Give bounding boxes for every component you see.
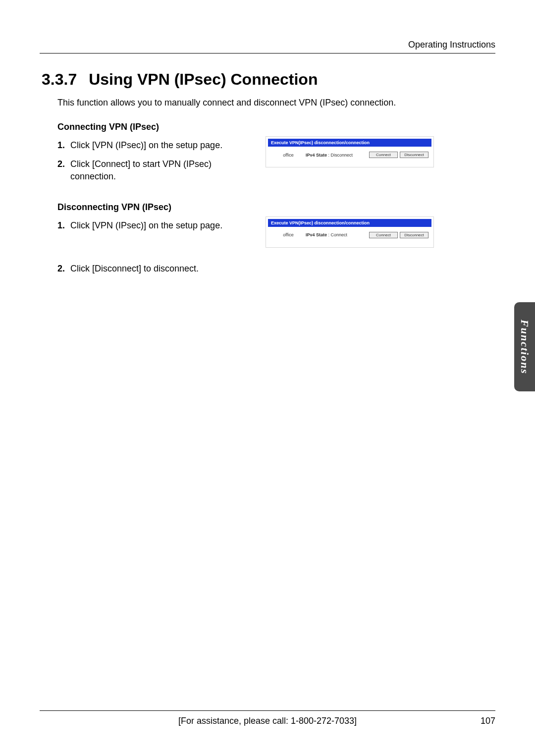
step-number: 2. <box>57 263 70 274</box>
connect-button[interactable]: Connect <box>369 152 398 158</box>
list-item: 2. Click [Connect] to start VPN (IPsec) … <box>57 158 256 182</box>
disconnecting-step2-block: 2. Click [Disconnect] to disconnect. <box>57 263 495 274</box>
page-number: 107 <box>481 716 495 726</box>
step-text: Click [VPN (IPsec)] on the setup page. <box>70 219 256 231</box>
disconnecting-steps: 1. Click [VPN (IPsec)] on the setup page… <box>57 219 256 238</box>
connecting-block: 1. Click [VPN (IPsec)] on the setup page… <box>40 139 495 189</box>
step-number: 1. <box>57 219 70 231</box>
disconnect-button[interactable]: Disconnect <box>400 232 428 238</box>
connecting-screenshot: Execute VPN(IPsec) disconnection/connect… <box>266 136 434 167</box>
panel-title-bar: Execute VPN(IPsec) disconnection/connect… <box>268 139 431 147</box>
step-number: 2. <box>57 158 70 182</box>
state-value: Disconnect <box>331 153 353 158</box>
state-value: Connect <box>331 232 348 237</box>
section-title: 3.3.7Using VPN (IPsec) Connection <box>42 70 495 89</box>
side-tab-label: Functions <box>518 320 531 375</box>
list-item: 1. Click [VPN (IPsec)] on the setup page… <box>57 219 256 231</box>
step-number: 1. <box>57 139 70 151</box>
running-head: Operating Instructions <box>40 40 495 54</box>
section-heading-text: Using VPN (IPsec) Connection <box>89 70 318 88</box>
step-text: Click [Disconnect] to disconnect. <box>70 263 495 274</box>
disconnecting-block: 1. Click [VPN (IPsec)] on the setup page… <box>40 219 495 248</box>
list-item: 1. Click [VPN (IPsec)] on the setup page… <box>57 139 256 151</box>
page-footer: [For assistance, please call: 1-800-272-… <box>40 710 495 726</box>
footer-assist-text: [For assistance, please call: 1-800-272-… <box>40 716 495 726</box>
ui-panel: Execute VPN(IPsec) disconnection/connect… <box>266 216 434 248</box>
side-tab: Functions <box>514 302 535 391</box>
list-item: 2. Click [Disconnect] to disconnect. <box>57 263 495 274</box>
connecting-subheading: Connecting VPN (IPsec) <box>57 122 495 132</box>
connection-state: IPv4 State : Disconnect <box>306 153 367 158</box>
connecting-steps: 1. Click [VPN (IPsec)] on the setup page… <box>57 139 256 189</box>
connection-name: office <box>271 153 306 158</box>
step-text: Click [VPN (IPsec)] on the setup page. <box>70 139 256 151</box>
step-text: Click [Connect] to start VPN (IPsec) con… <box>70 158 256 182</box>
section-number: 3.3.7 <box>42 70 77 89</box>
panel-title-bar: Execute VPN(IPsec) disconnection/connect… <box>268 219 431 227</box>
ui-panel: Execute VPN(IPsec) disconnection/connect… <box>266 136 434 167</box>
panel-row: office IPv4 State : Disconnect Connect D… <box>268 147 431 165</box>
disconnecting-screenshot: Execute VPN(IPsec) disconnection/connect… <box>266 216 434 248</box>
document-page: Operating Instructions 3.3.7Using VPN (I… <box>0 0 535 756</box>
connect-button[interactable]: Connect <box>369 232 398 238</box>
state-label: IPv4 State <box>306 232 327 237</box>
state-label: IPv4 State <box>306 153 327 158</box>
panel-row: office IPv4 State : Connect Connect Disc… <box>268 227 431 245</box>
section-intro: This function allows you to manually con… <box>57 98 495 108</box>
connection-state: IPv4 State : Connect <box>306 232 367 237</box>
disconnect-button[interactable]: Disconnect <box>400 152 428 158</box>
connection-name: office <box>271 232 306 237</box>
disconnecting-subheading: Disconnecting VPN (IPsec) <box>57 202 495 213</box>
